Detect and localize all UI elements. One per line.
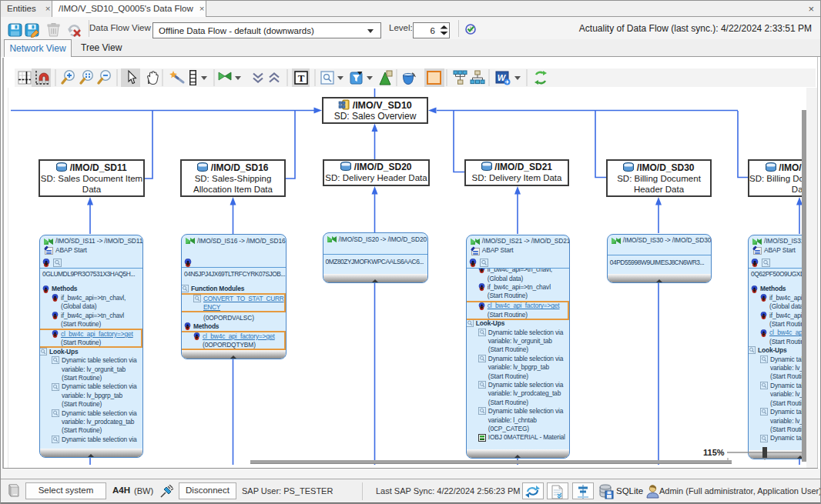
svg-text:T: T — [298, 72, 305, 84]
svg-text:115%: 115% — [703, 448, 725, 457]
